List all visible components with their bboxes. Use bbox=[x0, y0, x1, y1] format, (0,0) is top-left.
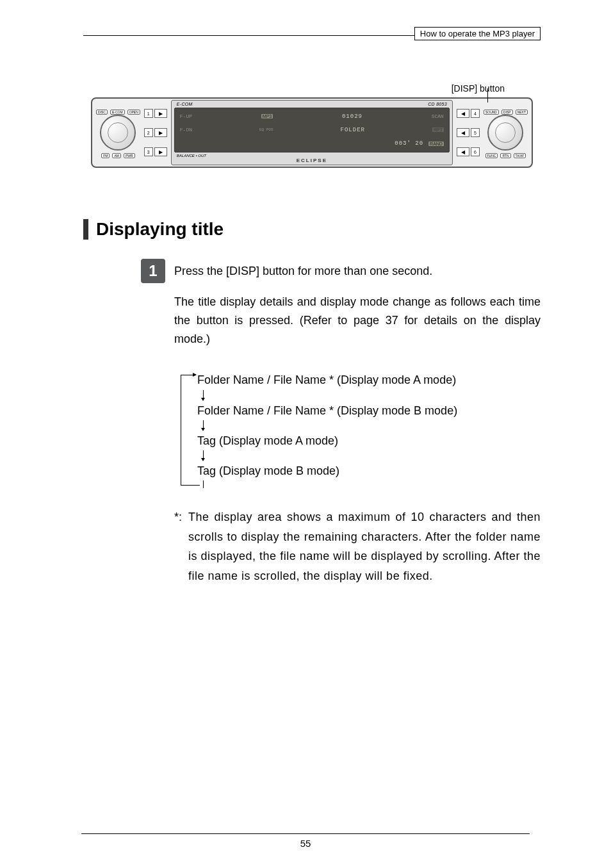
select-dial-icon bbox=[487, 115, 523, 151]
preset-6: 6 bbox=[471, 147, 480, 156]
cycle-return-line bbox=[181, 375, 181, 486]
right-pod: SOUND DISP NEXT FUNC RTN TA/AF bbox=[484, 100, 528, 165]
btn-pwr: PWR bbox=[124, 153, 135, 158]
heading-bar-icon bbox=[83, 219, 88, 240]
lcd-rand-tag: RAND bbox=[428, 142, 444, 146]
btn-sound: SOUND bbox=[484, 110, 499, 115]
cycle-item-1: Folder Name / File Name * (Display mode … bbox=[197, 371, 541, 389]
btn-next: NEXT bbox=[516, 110, 528, 115]
mode-cycle-diagram: Folder Name / File Name * (Display mode … bbox=[174, 366, 541, 493]
lcd-f-dn: F-DN bbox=[180, 127, 192, 133]
volume-dial-icon bbox=[100, 115, 136, 151]
model-label: CD 8053 bbox=[428, 102, 447, 106]
presets-left: 1▶ 2▶ 3▶ bbox=[144, 100, 167, 165]
cycle-return-bottom bbox=[181, 485, 200, 486]
presets-right: ◀4 ◀5 ◀6 bbox=[457, 100, 480, 165]
btn-rtn: RTN bbox=[500, 153, 510, 158]
preset-1: 1 bbox=[144, 109, 153, 118]
cycle-return-arrow-icon bbox=[181, 375, 196, 375]
breadcrumb: How to operate the MP3 player bbox=[414, 27, 541, 40]
brand-label: E-COM bbox=[177, 102, 193, 106]
footnote: *: The display area shows a maximum of 1… bbox=[174, 507, 541, 585]
play-icon: ▶ bbox=[154, 109, 167, 118]
down-arrow-icon bbox=[201, 420, 541, 432]
section-heading: Displaying title bbox=[83, 219, 541, 240]
prev-icon: ◀ bbox=[457, 109, 469, 118]
callout-disp-button: [DISP] button bbox=[83, 83, 541, 94]
lcd-rpt-tag: RPT bbox=[432, 127, 444, 132]
btn-open: OPEN bbox=[127, 110, 140, 115]
step-body: The title display details and display mo… bbox=[174, 293, 541, 366]
lcd-eq-pos: EQ POS bbox=[259, 127, 273, 132]
device-illustration: DISC E-COM OPEN FM AM PWR 1▶ 2▶ 3▶ bbox=[91, 97, 533, 168]
footnote-text: The display area shows a maximum of 10 c… bbox=[188, 507, 541, 585]
btn-am: AM bbox=[112, 153, 121, 158]
brand-logo: ECLIPSE bbox=[174, 158, 450, 163]
cycle-item-4: Tag (Display mode B mode) bbox=[197, 462, 541, 480]
down-arrow-icon bbox=[201, 390, 541, 402]
btn-disp: DISP bbox=[501, 110, 513, 115]
btn-fm: FM bbox=[101, 153, 110, 158]
preset-5: 5 bbox=[471, 128, 480, 137]
lcd-f-up: F-UP bbox=[180, 113, 192, 119]
lcd-mp3-tag: MP3 bbox=[261, 114, 273, 119]
lcd-elapsed: 003' 20 bbox=[395, 140, 423, 147]
page-title: Displaying title bbox=[96, 219, 224, 240]
btn-func: FUNC bbox=[485, 153, 498, 158]
play-icon: ▶ bbox=[154, 147, 167, 156]
cycle-item-2: Folder Name / File Name * (Display mode … bbox=[197, 402, 541, 420]
lcd-scan: SCAN bbox=[432, 113, 444, 119]
footnote-marker: *: bbox=[174, 507, 188, 585]
lcd-screen: E-COM CD 8053 F-UP MP3 01029 SCAN F-DN E… bbox=[171, 100, 453, 165]
lcd-folder: FOLDER bbox=[341, 127, 365, 133]
preset-4: 4 bbox=[471, 109, 480, 118]
btn-taaf: TA/AF bbox=[514, 153, 526, 158]
play-icon: ▶ bbox=[154, 128, 167, 137]
btn-disc: DISC bbox=[96, 110, 108, 115]
preset-2: 2 bbox=[144, 128, 153, 137]
prev-icon: ◀ bbox=[457, 128, 469, 137]
callout-line bbox=[487, 88, 488, 102]
left-pod: DISC E-COM OPEN FM AM PWR bbox=[96, 100, 140, 165]
cycle-end-stub bbox=[201, 480, 541, 488]
prev-icon: ◀ bbox=[457, 147, 469, 156]
step-instruction: Press the [DISP] button for more than on… bbox=[174, 260, 541, 293]
step-number-badge: 1 bbox=[141, 259, 165, 283]
cycle-item-3: Tag (Display mode A mode) bbox=[197, 432, 541, 450]
down-arrow-icon bbox=[201, 450, 541, 462]
btn-ecom: E-COM bbox=[110, 110, 125, 115]
page-number: 55 bbox=[0, 833, 611, 849]
lcd-time1: 01029 bbox=[342, 113, 363, 120]
preset-3: 3 bbox=[144, 147, 153, 156]
